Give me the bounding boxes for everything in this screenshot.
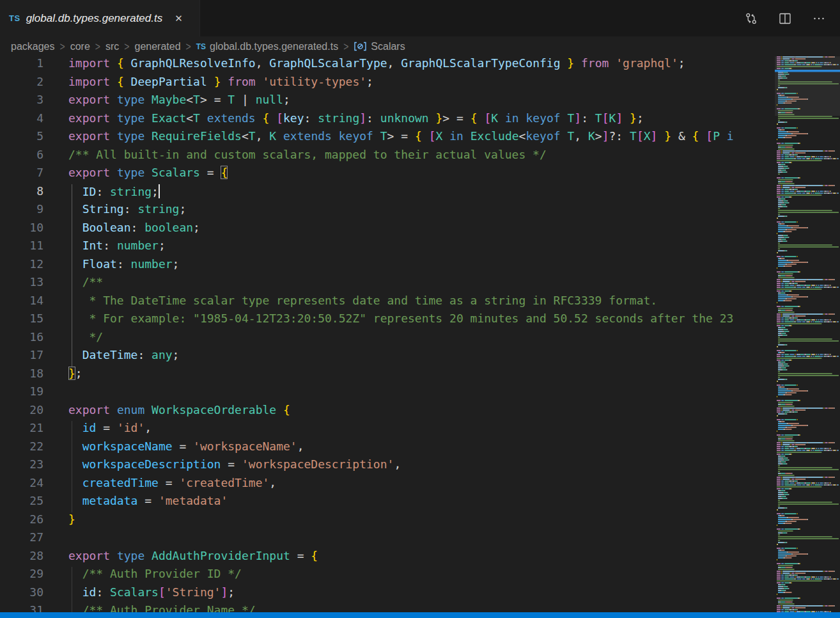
line-number: 10 — [0, 221, 43, 239]
indent-guide — [72, 239, 72, 257]
breadcrumb-label: src — [105, 41, 119, 52]
indent-guide — [72, 585, 72, 604]
line-number: 26 — [0, 512, 43, 531]
tab-global-db-types-generated[interactable]: TS global.db.types.generated.ts ✕ — [0, 0, 200, 36]
line-number: 12 — [0, 257, 43, 276]
code-line[interactable]: 14 * The DateTime scalar type represents… — [0, 294, 775, 312]
code-line[interactable]: 15 * For example: "1985-04-12T23:20:50.5… — [0, 312, 775, 330]
line-number: 17 — [0, 348, 43, 367]
line-number: 6 — [0, 148, 43, 166]
line-number: 4 — [0, 111, 43, 130]
code-line[interactable]: 1import { GraphQLResolveInfo, GraphQLSca… — [0, 56, 775, 75]
line-number: 15 — [0, 312, 43, 330]
code-line[interactable]: 7export type Scalars = { — [0, 166, 775, 184]
vscode-window: TS global.db.types.generated.ts ✕ — [0, 0, 840, 618]
indent-guide — [72, 567, 72, 585]
code-line[interactable]: 9 String: string; — [0, 202, 775, 221]
tab-filename: global.db.types.generated.ts — [26, 12, 163, 25]
breadcrumb-item-core[interactable]: core — [70, 41, 90, 52]
code-line[interactable]: 5export type RequireFields<T, K extends … — [0, 129, 775, 148]
code-line[interactable]: 19 — [0, 384, 775, 403]
code-line[interactable]: 21 id = 'id', — [0, 421, 775, 440]
code-line[interactable]: 8 ID: string; — [0, 184, 775, 203]
editor-tab-bar: TS global.db.types.generated.ts ✕ — [0, 0, 840, 36]
line-number: 21 — [0, 421, 43, 440]
breadcrumb-item-scalars[interactable]: Scalars — [354, 41, 405, 52]
code-line[interactable]: 13 /** — [0, 275, 775, 294]
breadcrumb-label: Scalars — [371, 41, 405, 52]
code-line[interactable]: 23 workspaceDescription = 'workspaceDesc… — [0, 457, 775, 476]
breadcrumb-label: global.db.types.generated.ts — [210, 41, 338, 52]
code-editor[interactable]: 1import { GraphQLResolveInfo, GraphQLSca… — [0, 56, 775, 612]
breadcrumb-item-generated[interactable]: generated — [135, 41, 181, 52]
code-line[interactable]: 29 /** Auth Provider ID */ — [0, 567, 775, 585]
line-number: 3 — [0, 93, 43, 111]
code-line[interactable]: 4export type Exact<T extends { [key: str… — [0, 111, 775, 130]
breadcrumb-label: core — [70, 41, 90, 52]
line-number: 1 — [0, 56, 43, 75]
breadcrumb-label: packages — [11, 41, 55, 52]
code-line[interactable]: 24 createdTime = 'createdTime', — [0, 476, 775, 495]
breadcrumb-item-src[interactable]: src — [105, 41, 119, 52]
line-number: 11 — [0, 239, 43, 257]
code-line[interactable]: 26} — [0, 512, 775, 531]
line-number: 23 — [0, 457, 43, 476]
breadcrumb-item-packages[interactable]: packages — [11, 41, 55, 52]
indent-guide — [72, 221, 72, 239]
editor-actions — [743, 0, 840, 36]
code-line[interactable]: 3export type Maybe<T> = T | null; — [0, 93, 775, 111]
typescript-file-icon: TS — [9, 13, 20, 23]
line-number: 13 — [0, 275, 43, 294]
code-line[interactable]: 22 workspaceName = 'workspaceName', — [0, 440, 775, 458]
text-cursor — [159, 184, 160, 198]
code-line[interactable]: 6/** All built-in and custom scalars, ma… — [0, 148, 775, 166]
chevron-right-icon: > — [124, 40, 129, 53]
code-line[interactable]: 16 */ — [0, 330, 775, 349]
code-line[interactable]: 17 DateTime: any; — [0, 348, 775, 367]
line-number: 22 — [0, 440, 43, 458]
line-number: 31 — [0, 603, 43, 612]
code-line[interactable]: 18}; — [0, 367, 775, 385]
indent-guide — [72, 202, 72, 221]
symbol-type-icon — [354, 42, 367, 51]
code-line[interactable]: 28export type AddAuthProviderInput = { — [0, 549, 775, 567]
line-number: 8 — [0, 184, 43, 203]
code-line[interactable]: 27 — [0, 530, 775, 549]
indent-guide — [72, 184, 72, 203]
indent-guide — [72, 476, 72, 495]
breadcrumb-item-global-db-types-generated-ts[interactable]: TSglobal.db.types.generated.ts — [196, 41, 338, 52]
minimap[interactable] — [775, 56, 840, 612]
chevron-right-icon: > — [60, 40, 65, 53]
line-number: 27 — [0, 530, 43, 549]
status-bar[interactable] — [0, 612, 840, 618]
line-number: 7 — [0, 166, 43, 184]
code-line[interactable]: 25 metadata = 'metadata' — [0, 494, 775, 512]
split-editor-icon[interactable] — [777, 10, 793, 27]
indent-guide — [72, 494, 72, 512]
more-actions-icon[interactable] — [811, 10, 827, 27]
editor-pane: 1import { GraphQLResolveInfo, GraphQLSca… — [0, 56, 840, 612]
line-number: 28 — [0, 549, 43, 567]
code-line[interactable]: 12 Float: number; — [0, 257, 775, 276]
open-changes-icon[interactable] — [743, 10, 759, 27]
line-number: 2 — [0, 75, 43, 93]
indent-guide — [72, 312, 72, 330]
chevron-right-icon: > — [95, 40, 100, 53]
code-line[interactable]: 10 Boolean: boolean; — [0, 221, 775, 239]
chevron-right-icon: > — [186, 40, 191, 53]
indent-guide — [72, 440, 72, 458]
breadcrumb: packages>core>src>generated>TSglobal.db.… — [0, 36, 840, 56]
line-number: 16 — [0, 330, 43, 349]
indent-guide — [72, 275, 72, 294]
breadcrumb-label: generated — [135, 41, 181, 52]
line-number: 9 — [0, 202, 43, 221]
line-number: 20 — [0, 403, 43, 422]
line-number: 5 — [0, 129, 43, 148]
line-number: 29 — [0, 567, 43, 585]
tab-close-icon[interactable]: ✕ — [172, 12, 185, 26]
code-line[interactable]: 31 /** Auth Provider Name */ — [0, 603, 775, 612]
code-line[interactable]: 20export enum WorkspaceOrderable { — [0, 403, 775, 422]
code-line[interactable]: 11 Int: number; — [0, 239, 775, 257]
code-line[interactable]: 2import { DeepPartial } from 'utility-ty… — [0, 75, 775, 93]
code-line[interactable]: 30 id: Scalars['String']; — [0, 585, 775, 604]
